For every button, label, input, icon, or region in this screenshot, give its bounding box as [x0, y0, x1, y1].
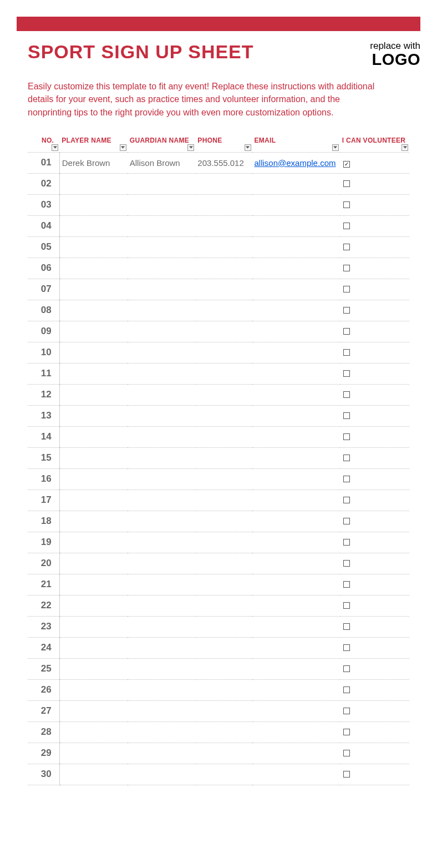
cell-email[interactable]	[252, 700, 340, 721]
cell-email[interactable]	[252, 173, 340, 194]
cell-player[interactable]	[59, 700, 128, 721]
cell-phone[interactable]	[195, 532, 252, 553]
cell-email[interactable]	[252, 637, 340, 658]
volunteer-checkbox[interactable]	[343, 370, 350, 377]
cell-email[interactable]	[252, 447, 340, 468]
cell-email[interactable]	[252, 342, 340, 363]
cell-player[interactable]	[59, 342, 128, 363]
cell-guardian[interactable]	[128, 721, 196, 743]
cell-guardian[interactable]	[128, 700, 196, 721]
cell-phone[interactable]	[195, 764, 252, 785]
cell-phone[interactable]	[195, 447, 252, 468]
cell-email[interactable]	[252, 658, 340, 679]
cell-player[interactable]	[59, 658, 128, 679]
cell-player[interactable]	[59, 764, 128, 785]
volunteer-checkbox[interactable]	[343, 433, 350, 440]
cell-email[interactable]	[252, 511, 340, 532]
cell-email[interactable]	[252, 532, 340, 553]
filter-button-email[interactable]	[332, 144, 339, 151]
volunteer-checkbox[interactable]	[343, 687, 350, 693]
cell-phone[interactable]	[195, 384, 252, 405]
filter-button-no[interactable]	[52, 144, 58, 151]
volunteer-checkbox[interactable]: ✓	[343, 161, 350, 168]
cell-player[interactable]	[59, 743, 128, 764]
cell-phone[interactable]	[195, 511, 252, 532]
cell-player[interactable]	[59, 616, 128, 637]
cell-email[interactable]	[252, 258, 340, 279]
cell-email[interactable]	[252, 194, 340, 215]
cell-guardian[interactable]	[128, 553, 196, 574]
cell-phone[interactable]	[195, 743, 252, 764]
cell-player[interactable]	[59, 363, 128, 384]
volunteer-checkbox[interactable]	[343, 539, 350, 546]
volunteer-checkbox[interactable]	[343, 244, 350, 250]
cell-phone[interactable]	[195, 426, 252, 447]
cell-player[interactable]	[59, 258, 128, 279]
cell-player[interactable]	[59, 384, 128, 405]
volunteer-checkbox[interactable]	[343, 223, 350, 229]
cell-player[interactable]	[59, 300, 128, 321]
volunteer-checkbox[interactable]	[343, 265, 350, 271]
cell-guardian[interactable]	[128, 511, 196, 532]
cell-phone[interactable]	[195, 258, 252, 279]
cell-email[interactable]	[252, 363, 340, 384]
cell-guardian[interactable]	[128, 595, 196, 616]
cell-guardian[interactable]	[128, 279, 196, 300]
cell-phone[interactable]	[195, 342, 252, 363]
cell-player[interactable]	[59, 236, 128, 258]
cell-guardian[interactable]: Allison Brown	[128, 152, 196, 173]
cell-email[interactable]	[252, 468, 340, 489]
cell-email[interactable]	[252, 595, 340, 616]
cell-phone[interactable]	[195, 468, 252, 489]
cell-guardian[interactable]	[128, 468, 196, 489]
cell-phone[interactable]	[195, 321, 252, 342]
volunteer-checkbox[interactable]	[343, 602, 350, 609]
volunteer-checkbox[interactable]	[343, 665, 350, 672]
filter-button-player[interactable]	[120, 144, 126, 151]
cell-email[interactable]	[252, 553, 340, 574]
cell-phone[interactable]	[195, 173, 252, 194]
cell-email[interactable]	[252, 489, 340, 511]
cell-guardian[interactable]	[128, 215, 196, 236]
cell-player[interactable]	[59, 489, 128, 511]
cell-guardian[interactable]	[128, 447, 196, 468]
cell-phone[interactable]	[195, 553, 252, 574]
volunteer-checkbox[interactable]	[343, 750, 350, 756]
filter-button-phone[interactable]	[245, 144, 251, 151]
volunteer-checkbox[interactable]	[343, 286, 350, 292]
volunteer-checkbox[interactable]	[343, 307, 350, 314]
cell-player[interactable]	[59, 595, 128, 616]
cell-player[interactable]	[59, 721, 128, 743]
cell-player[interactable]	[59, 194, 128, 215]
cell-phone[interactable]	[195, 363, 252, 384]
cell-email[interactable]	[252, 405, 340, 426]
cell-player[interactable]	[59, 511, 128, 532]
cell-guardian[interactable]	[128, 574, 196, 595]
cell-email[interactable]	[252, 764, 340, 785]
cell-email[interactable]	[252, 300, 340, 321]
cell-phone[interactable]	[195, 658, 252, 679]
cell-phone[interactable]	[195, 279, 252, 300]
cell-player[interactable]	[59, 574, 128, 595]
cell-guardian[interactable]	[128, 426, 196, 447]
volunteer-checkbox[interactable]	[343, 518, 350, 524]
cell-guardian[interactable]	[128, 321, 196, 342]
volunteer-checkbox[interactable]	[343, 180, 350, 187]
cell-player[interactable]	[59, 468, 128, 489]
volunteer-checkbox[interactable]	[343, 497, 350, 503]
cell-guardian[interactable]	[128, 658, 196, 679]
cell-player[interactable]	[59, 426, 128, 447]
cell-guardian[interactable]	[128, 194, 196, 215]
cell-email[interactable]	[252, 679, 340, 700]
volunteer-checkbox[interactable]	[343, 623, 350, 630]
cell-player[interactable]	[59, 679, 128, 700]
filter-button-guardian[interactable]	[187, 144, 194, 151]
cell-player[interactable]	[59, 215, 128, 236]
volunteer-checkbox[interactable]	[343, 581, 350, 588]
cell-guardian[interactable]	[128, 236, 196, 258]
cell-player[interactable]: Derek Brown	[59, 152, 128, 173]
cell-guardian[interactable]	[128, 743, 196, 764]
cell-email[interactable]	[252, 574, 340, 595]
volunteer-checkbox[interactable]	[343, 412, 350, 419]
cell-phone[interactable]	[195, 215, 252, 236]
